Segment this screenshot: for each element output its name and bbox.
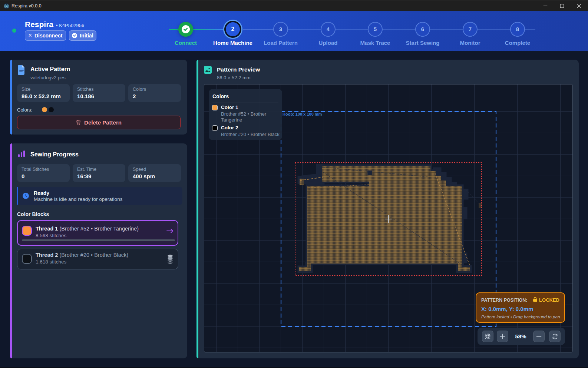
svg-text:Hoop: 100 x 100 mm: Hoop: 100 x 100 mm [283,112,322,116]
